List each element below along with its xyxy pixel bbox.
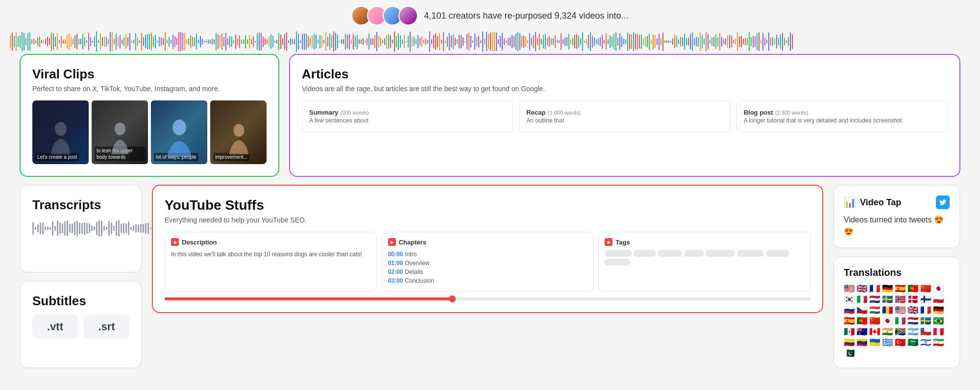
chapter-label: Intro [405, 251, 416, 258]
wave-bar [278, 33, 279, 50]
wave-bar [592, 36, 593, 48]
wave-bar [441, 40, 442, 44]
wave-bar [398, 33, 399, 49]
wave-bar [512, 35, 513, 49]
wave-bar [380, 38, 381, 46]
wave-bar [490, 33, 491, 50]
viral-clips-title: Viral Clips [32, 67, 267, 82]
wave-bar [404, 35, 405, 48]
twitter-icon[interactable] [936, 195, 950, 209]
wave-bar [251, 39, 252, 45]
wave-bar [153, 36, 154, 48]
format-vtt[interactable]: .vtt [32, 315, 78, 339]
wave-bar [496, 32, 497, 51]
wave-bar [98, 40, 99, 43]
wave-bar [341, 39, 342, 44]
wave-bar [74, 35, 75, 48]
yt-progress-fill [165, 297, 455, 300]
wave-bar [286, 32, 287, 51]
wave-bar [608, 39, 609, 44]
wave-bar [563, 39, 564, 44]
wave-bar [692, 32, 693, 50]
wave-bar [204, 41, 205, 43]
wave-bar [690, 34, 691, 50]
wave-bar [198, 40, 199, 44]
flag-emoji: 🇯🇵 [933, 284, 944, 293]
wave-bar [202, 39, 203, 45]
wave-bar [482, 31, 483, 51]
wave-bar [604, 40, 605, 43]
wave-bar [574, 35, 575, 49]
flag-emoji: 🇸🇪 [882, 295, 893, 304]
mini-wave-bar [138, 224, 139, 232]
wave-bar [643, 38, 644, 46]
wave-bar [104, 36, 105, 48]
wave-bar [53, 33, 54, 49]
thumbnail-1: Let's create a post [32, 100, 89, 164]
wave-bar [294, 39, 295, 45]
wave-bar [476, 37, 477, 46]
yt-progress-thumb[interactable] [449, 295, 456, 302]
article-summary-subtitle: (200 words) [341, 110, 369, 116]
wave-bar [96, 31, 97, 51]
wave-bar [280, 34, 281, 49]
wave-bar [723, 39, 724, 44]
videotap-brand-text: Video Tap [860, 197, 901, 208]
mini-wave-bar [91, 225, 93, 232]
flag-emoji: 🇩🇪 [933, 306, 944, 315]
yt-progress-bar[interactable] [165, 297, 810, 300]
wave-bar [319, 35, 320, 48]
wave-bar [619, 33, 620, 50]
wave-bar [555, 35, 556, 49]
wave-bar [678, 39, 679, 44]
wave-bar [327, 37, 328, 47]
wave-bar [780, 34, 781, 49]
mini-wave-bar [54, 226, 56, 231]
wave-bar [296, 31, 297, 52]
yt-description-label: Description [182, 239, 217, 246]
wave-bar [182, 33, 183, 51]
wave-bar [33, 39, 34, 44]
mini-wave-bar [121, 223, 122, 233]
mini-wave-bar [135, 224, 137, 232]
wave-bar [41, 40, 42, 44]
wave-bar [118, 37, 119, 47]
wave-bar [561, 33, 562, 50]
wave-bar [370, 38, 371, 45]
wave-bar [390, 35, 391, 49]
translations-card: Translations 🇺🇸🇬🇧🇫🇷🇩🇪🇪🇸🇵🇹🇨🇳🇯🇵🇰🇷🇮🇹🇳🇱🇸🇪🇳🇴🇩… [833, 256, 960, 368]
wave-bar [474, 33, 475, 50]
wave-bar [349, 34, 350, 49]
wave-bar [171, 40, 172, 44]
wave-bar [706, 32, 707, 52]
wave-bar [514, 36, 514, 48]
wave-bar [427, 40, 428, 44]
wave-bar [500, 36, 501, 48]
mini-wave-bar [62, 223, 63, 233]
wave-bar [541, 39, 542, 45]
transcripts-title: Transcripts [32, 197, 129, 213]
wave-bar [682, 37, 683, 46]
wave-bar [696, 37, 697, 47]
wave-bar [778, 38, 779, 45]
wave-bar [449, 33, 450, 50]
wave-bar [22, 32, 23, 51]
mini-wave-bar [45, 226, 46, 231]
chapter-item: 00:00Intro [388, 250, 588, 259]
wave-bar [594, 37, 595, 46]
format-srt[interactable]: .srt [84, 315, 129, 339]
wave-bar [372, 38, 373, 45]
wave-bar [247, 39, 248, 45]
wave-bar [225, 33, 226, 50]
wave-bar [18, 36, 19, 48]
mini-wave-bar [69, 224, 71, 233]
wave-bar [180, 32, 181, 51]
wave-bar [357, 34, 358, 49]
svg-point-0 [55, 122, 67, 136]
wave-bar [237, 38, 238, 46]
wave-bar [633, 32, 634, 51]
viral-clips-subtitle: Perfect to share on X, TikTok, YouTube, … [32, 85, 267, 93]
wave-bar [717, 37, 718, 46]
chapter-list: 00:00Intro01:00Overview02:00Details03:00… [388, 250, 588, 285]
wave-bar [257, 33, 258, 49]
